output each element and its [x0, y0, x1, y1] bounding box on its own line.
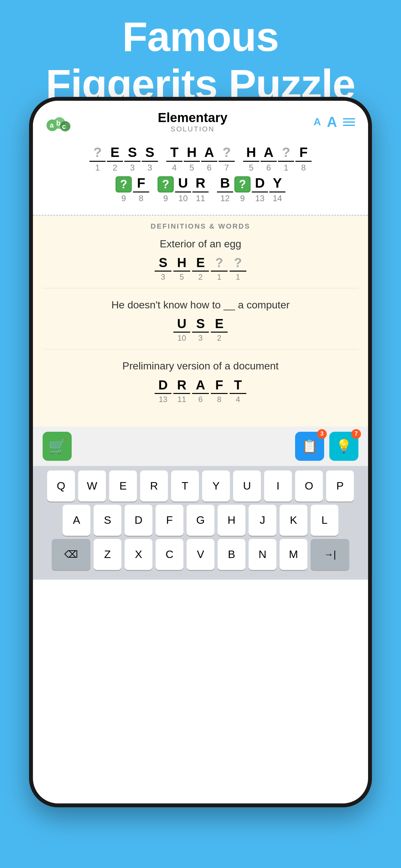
hint-badge: 7	[351, 429, 361, 439]
title-line1: Famous	[0, 13, 401, 60]
answer-cell: S 3	[155, 255, 172, 282]
cipher-cell: E 2	[107, 145, 123, 173]
key-C[interactable]: C	[156, 539, 183, 570]
keyboard-row-1: Q W E R T Y U I O P	[36, 470, 365, 501]
key-H[interactable]: H	[218, 505, 245, 536]
key-Z[interactable]: Z	[94, 539, 121, 570]
cipher-cell: R 11	[192, 175, 209, 204]
answer-cell: T 4	[229, 378, 246, 404]
key-F[interactable]: F	[156, 505, 183, 536]
answer-cell: ? 1	[229, 255, 246, 282]
cipher-cell: D 13	[252, 175, 268, 204]
backspace-key[interactable]: ⌫	[52, 539, 90, 570]
key-Y[interactable]: Y	[202, 470, 230, 501]
cipher-cell: A 6	[201, 145, 217, 173]
answer-cell: A 6	[192, 378, 209, 404]
definitions-label: DEFINITIONS & WORDS	[42, 222, 359, 230]
font-large-btn[interactable]: A	[327, 114, 337, 130]
cipher-cell: ? 9	[158, 176, 174, 204]
hint-button[interactable]: 💡 7	[329, 432, 359, 461]
app-title: Famous Figgerits Puzzle	[0, 13, 401, 108]
header-right: A A	[313, 114, 355, 130]
app-header: a b c Elementary SOLUTION A A	[33, 101, 368, 138]
cipher-cell: F 8	[296, 145, 312, 173]
clue-block-2: He doesn't know how to __ a computer U 1…	[42, 298, 359, 349]
key-I[interactable]: I	[264, 470, 292, 501]
key-A[interactable]: A	[63, 505, 90, 536]
svg-text:c: c	[62, 122, 66, 130]
key-P[interactable]: P	[326, 470, 354, 501]
lightbulb-icon: 💡	[336, 438, 352, 454]
clue-text-2: He doesn't know how to __ a computer	[42, 298, 359, 312]
level-label: Elementary	[158, 111, 227, 125]
answer-row-1: S 3 H 5 E 2 ? 1 ? 1	[42, 255, 359, 282]
key-Q[interactable]: Q	[47, 470, 75, 501]
key-E[interactable]: E	[109, 470, 137, 501]
cipher-cell: T 4	[166, 145, 182, 173]
keyboard: Q W E R T Y U I O P A S D F G H J K L ⌫ …	[33, 466, 368, 580]
cipher-cell: A 6	[260, 145, 277, 173]
checklist-badge: 3	[317, 429, 327, 439]
answer-cell: H 5	[174, 255, 190, 282]
phone-frame: a b c Elementary SOLUTION A A ? 1	[29, 97, 372, 807]
clue-text-3: Preliminary version of a document	[42, 359, 359, 373]
key-B[interactable]: B	[218, 539, 245, 570]
checklist-icon: 📋	[302, 438, 318, 454]
key-J[interactable]: J	[249, 505, 276, 536]
header-center: Elementary SOLUTION	[158, 111, 227, 133]
answer-cell: F 8	[211, 378, 227, 404]
app-logo: a b c	[46, 111, 72, 133]
key-D[interactable]: D	[125, 505, 152, 536]
answer-cell: E 2	[192, 255, 209, 282]
cart-button[interactable]: 🛒	[42, 432, 72, 461]
cipher-cell: ? 9	[235, 176, 251, 204]
answer-cell: R 11	[174, 378, 190, 404]
definitions-area: DEFINITIONS & WORDS Exterior of an egg S…	[33, 216, 368, 427]
cipher-row-1: ? 1 E 2 S 3 S 3 T 4	[42, 145, 359, 173]
clue-text-1: Exterior of an egg	[42, 237, 359, 251]
cipher-cell: U 10	[175, 175, 191, 204]
answer-cell: E 2	[211, 316, 227, 343]
key-X[interactable]: X	[125, 539, 152, 570]
cipher-area: ? 1 E 2 S 3 S 3 T 4	[33, 138, 368, 209]
key-N[interactable]: N	[249, 539, 276, 570]
answer-row-2: U 10 S 3 E 2	[42, 316, 359, 343]
key-L[interactable]: L	[311, 505, 338, 536]
cipher-cell: Y 14	[269, 175, 285, 204]
clue-block-3: Preliminary version of a document D 13 R…	[42, 359, 359, 410]
font-small-btn[interactable]: A	[313, 116, 321, 128]
keyboard-row-2: A S D F G H J K L	[36, 505, 365, 536]
cipher-cell: S 3	[142, 145, 158, 173]
key-O[interactable]: O	[295, 470, 323, 501]
cart-icon: 🛒	[49, 438, 66, 455]
keyboard-row-3: ⌫ Z X C V B N M →|	[36, 539, 365, 570]
answer-cell: S 3	[192, 316, 209, 343]
solution-label: SOLUTION	[158, 125, 227, 133]
answer-cell: ? 1	[211, 255, 227, 282]
key-S[interactable]: S	[94, 505, 121, 536]
checklist-button[interactable]: 📋 3	[295, 432, 324, 461]
forward-key[interactable]: →|	[311, 539, 349, 570]
menu-button[interactable]	[343, 118, 355, 126]
cipher-cell: ? 1	[278, 145, 294, 173]
cipher-cell: H 5	[184, 145, 200, 173]
cipher-cell: H 5	[243, 145, 259, 173]
svg-text:b: b	[56, 119, 60, 127]
key-W[interactable]: W	[78, 470, 106, 501]
key-K[interactable]: K	[280, 505, 307, 536]
bottom-toolbar: 🛒 📋 3 💡 7	[33, 427, 368, 466]
cipher-cell: ? 9	[116, 176, 132, 204]
key-G[interactable]: G	[187, 505, 214, 536]
clue-block-1: Exterior of an egg S 3 H 5 E 2 ? 1	[42, 237, 359, 288]
key-R[interactable]: R	[140, 470, 168, 501]
right-buttons: 📋 3 💡 7	[295, 432, 359, 461]
cipher-cell: ? 1	[89, 145, 105, 173]
answer-row-3: D 13 R 11 A 6 F 8 T 4	[42, 378, 359, 404]
cipher-cell: S 3	[124, 145, 141, 173]
key-T[interactable]: T	[171, 470, 199, 501]
key-M[interactable]: M	[280, 539, 307, 570]
key-U[interactable]: U	[233, 470, 261, 501]
divider	[33, 209, 368, 216]
key-V[interactable]: V	[187, 539, 214, 570]
cipher-cell: F 8	[133, 175, 149, 204]
